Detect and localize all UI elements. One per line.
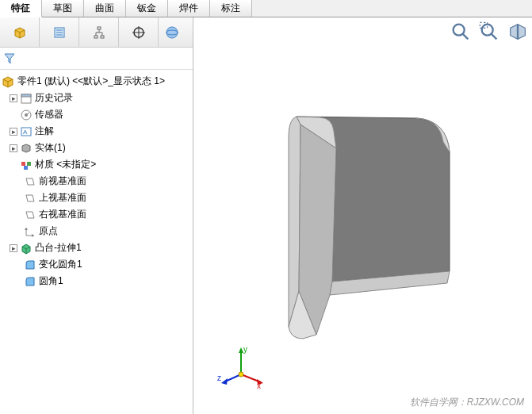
expand-icon[interactable]: ▸	[10, 128, 17, 136]
tree-item-boss-extrude[interactable]: ▸ 凸台-拉伸1	[0, 240, 193, 256]
view-tools	[450, 21, 529, 43]
item-label: 历史记录	[35, 91, 73, 105]
part-icon	[2, 75, 14, 88]
display-manager-btn[interactable]	[159, 17, 186, 47]
property-manager-btn[interactable]	[40, 17, 79, 47]
svg-rect-13	[21, 94, 31, 97]
svg-rect-20	[27, 162, 31, 166]
tab-sketch[interactable]: 草图	[42, 0, 84, 17]
tree-item-solid-bodies[interactable]: ▸ 实体(1)	[0, 140, 193, 156]
command-tabs: 特征 草图 曲面 钣金 焊件 标注	[0, 0, 532, 17]
funnel-icon[interactable]	[3, 52, 16, 65]
item-label: 上视基准面	[39, 191, 86, 205]
svg-rect-21	[24, 166, 28, 170]
sphere-icon	[166, 26, 178, 39]
cube-icon	[13, 26, 26, 39]
config-manager-btn[interactable]	[79, 17, 119, 47]
tab-sheetmetal[interactable]: 钣金	[126, 0, 168, 17]
item-label: 凸台-拉伸1	[35, 241, 82, 255]
item-label: 前视基准面	[39, 174, 86, 188]
tree-item-history[interactable]: ▸ 历史记录	[0, 90, 193, 106]
axis-triad[interactable]: y x z	[217, 343, 265, 390]
plane-icon	[24, 175, 36, 188]
item-label: 实体(1)	[35, 141, 66, 155]
target-icon	[132, 26, 145, 39]
feature-tree-btn[interactable]	[0, 17, 40, 47]
annotation-icon: A	[20, 125, 33, 138]
tab-features[interactable]: 特征	[0, 0, 42, 17]
tree-item-right-plane[interactable]: 右视基准面	[0, 206, 193, 223]
3d-viewport[interactable]: y x z 软件自学网：RJZXW.COM	[193, 17, 532, 414]
svg-point-33	[239, 372, 243, 377]
item-label: 右视基准面	[39, 208, 86, 221]
dimxpert-btn[interactable]	[119, 17, 159, 47]
item-label: 材质 <未指定>	[35, 158, 96, 171]
tab-surfaces[interactable]: 曲面	[84, 0, 126, 17]
x-axis-label: x	[257, 381, 261, 390]
sensor-icon	[20, 109, 33, 121]
feature-manager-panel: 零件1 (默认) <<默认>_显示状态 1> ▸ 历史记录 传感器 ▸ A 注解…	[0, 17, 193, 414]
svg-line-23	[462, 33, 468, 39]
watermark: 软件自学网：RJZXW.COM	[410, 396, 524, 409]
material-icon	[20, 159, 33, 171]
3d-model	[241, 105, 463, 343]
solid-icon	[20, 142, 33, 155]
fillet-icon	[24, 259, 36, 271]
svg-text:A: A	[23, 128, 28, 136]
tab-annotation[interactable]: 标注	[210, 0, 252, 17]
tree-item-sensors[interactable]: 传感器	[0, 106, 193, 123]
item-label: 变化圆角1	[39, 258, 82, 271]
svg-line-25	[491, 33, 496, 39]
svg-rect-19	[21, 162, 25, 166]
tree-item-fillet[interactable]: 圆角1	[0, 273, 193, 289]
plane-icon	[24, 192, 36, 205]
panel-toolbar	[0, 17, 193, 48]
section-view-icon[interactable]	[507, 21, 529, 43]
tree-item-top-plane[interactable]: 上视基准面	[0, 190, 193, 206]
plane-icon	[24, 209, 36, 221]
tree-item-var-fillet[interactable]: 变化圆角1	[0, 256, 193, 273]
list-icon	[53, 26, 66, 39]
expand-icon[interactable]: ▸	[10, 94, 17, 102]
item-label: 原点	[39, 224, 58, 238]
expand-icon[interactable]: ▸	[10, 244, 17, 252]
svg-marker-32	[221, 378, 228, 385]
origin-icon	[24, 225, 36, 238]
fillet-icon	[24, 275, 36, 288]
feature-tree: 零件1 (默认) <<默认>_显示状态 1> ▸ 历史记录 传感器 ▸ A 注解…	[0, 70, 193, 414]
filter-row	[0, 48, 193, 70]
svg-point-10	[166, 27, 178, 38]
zoom-fit-icon[interactable]	[450, 21, 472, 43]
svg-rect-6	[101, 36, 104, 38]
z-axis-label: z	[217, 374, 221, 382]
hierarchy-icon	[93, 26, 105, 39]
tree-root-label: 零件1 (默认) <<默认>_显示状态 1>	[17, 75, 165, 88]
tree-item-annotations[interactable]: ▸ A 注解	[0, 123, 193, 140]
history-icon	[20, 92, 33, 105]
item-label: 传感器	[35, 108, 63, 121]
zoom-area-icon[interactable]	[478, 21, 500, 43]
item-label: 圆角1	[39, 274, 63, 288]
item-label: 注解	[35, 125, 54, 138]
extrude-icon	[20, 242, 33, 255]
tree-root[interactable]: 零件1 (默认) <<默认>_显示状态 1>	[0, 73, 193, 90]
y-axis-label: y	[243, 345, 247, 354]
tree-item-origin[interactable]: 原点	[0, 223, 193, 240]
svg-rect-4	[98, 27, 101, 29]
tab-weldments[interactable]: 焊件	[168, 0, 210, 17]
tree-item-front-plane[interactable]: 前视基准面	[0, 173, 193, 190]
svg-rect-5	[94, 36, 98, 38]
expand-icon[interactable]: ▸	[10, 144, 17, 152]
tree-item-material[interactable]: 材质 <未指定>	[0, 156, 193, 173]
